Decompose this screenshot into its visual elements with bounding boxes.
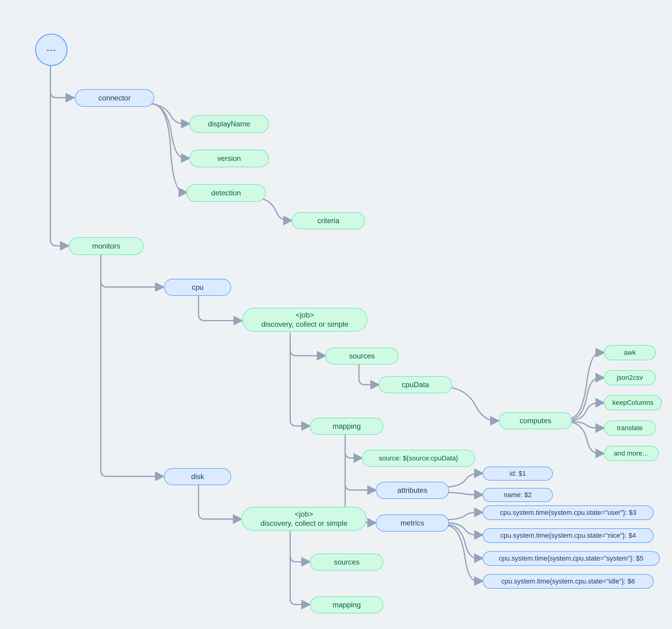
node-mapping-source: source: ${source:cpuData} bbox=[362, 450, 475, 467]
node-cpuData: cpuData bbox=[379, 376, 452, 393]
node-metric-1: cpu.system.time{system.cpu.state="nice"}… bbox=[483, 528, 654, 543]
node-metric-3: cpu.system.time{system.cpu.state="idle"}… bbox=[483, 574, 654, 589]
node-op-awk: awk bbox=[604, 345, 656, 360]
node-criteria: criteria bbox=[292, 212, 365, 229]
node-cpu: cpu bbox=[164, 279, 231, 296]
node-disk-mapping: mapping bbox=[310, 596, 383, 613]
node-disk: disk bbox=[164, 468, 231, 485]
node-mapping: mapping bbox=[310, 418, 383, 435]
node-connector: connector bbox=[75, 89, 154, 107]
node-root: --- bbox=[35, 33, 68, 66]
node-attributes: attributes bbox=[376, 482, 449, 499]
node-cpu-job: <job>discovery, collect or simple bbox=[242, 308, 367, 332]
node-op-more: and more… bbox=[604, 446, 659, 461]
node-op-json2csv: json2csv bbox=[604, 370, 656, 385]
node-detection: detection bbox=[186, 184, 266, 202]
node-disk-job: <job>discovery, collect or simple bbox=[241, 507, 366, 531]
node-metric-2: cpu.system.time{system.cpu.state="system… bbox=[483, 551, 660, 566]
node-cpu-job-label: <job>discovery, collect or simple bbox=[262, 311, 349, 329]
node-disk-sources: sources bbox=[310, 554, 383, 571]
node-monitors: monitors bbox=[69, 237, 144, 255]
node-version: version bbox=[189, 150, 269, 167]
node-metrics: metrics bbox=[376, 514, 449, 532]
node-op-keepColumns: keepColumns bbox=[604, 395, 662, 410]
node-disk-job-label: <job>discovery, collect or simple bbox=[261, 510, 347, 528]
node-metric-0: cpu.system.time{system.cpu.state="user"}… bbox=[483, 505, 654, 520]
node-attr-id: id: $1 bbox=[483, 466, 553, 481]
node-displayName: displayName bbox=[189, 115, 269, 133]
node-attr-name: name: $2 bbox=[483, 488, 553, 502]
node-sources: sources bbox=[325, 347, 399, 365]
node-computes: computes bbox=[499, 412, 572, 429]
node-op-translate: translate bbox=[604, 420, 656, 436]
